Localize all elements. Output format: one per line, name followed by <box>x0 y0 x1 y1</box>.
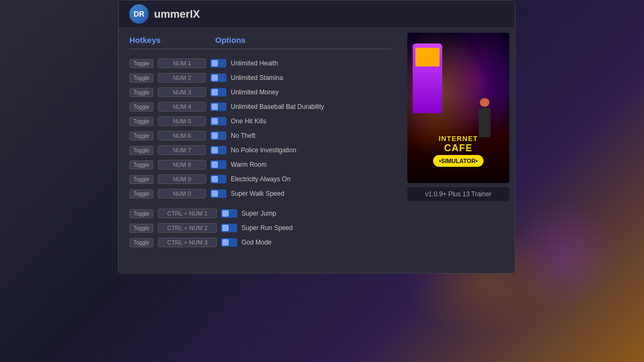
cheat-rows-secondary: Toggle CTRL + NUM 1 Super Jump Toggle CT… <box>129 208 391 248</box>
toggle-btn-1[interactable]: Toggle <box>129 59 153 68</box>
toggle-btn-4[interactable]: Toggle <box>129 102 153 112</box>
columns-header: Hotkeys Options <box>129 35 391 49</box>
left-panel: Hotkeys Options Toggle NUM 1 Unlimited H… <box>119 27 402 273</box>
game-title-internet: INTERNET <box>410 135 507 143</box>
toggle-indicator-5[interactable] <box>210 117 226 125</box>
option-4: Unlimited Baseball Bat Durability <box>231 103 324 110</box>
option-9: Electricity Always On <box>231 175 290 183</box>
hotkey-5: NUM 5 <box>158 116 206 126</box>
toggle-indicator-7[interactable] <box>210 146 226 154</box>
cheat-row-12: Toggle CTRL + NUM 2 Super Run Speed <box>129 222 391 234</box>
right-panel: INTERNET CAFE •SIMULATOR• v1.0.9+ Plus 1… <box>402 27 515 273</box>
toggle-indicator-9[interactable] <box>210 175 226 183</box>
main-window: DR ummerIX Hotkeys Options Toggle NUM 1 … <box>118 0 515 274</box>
toggle-indicator-8[interactable] <box>210 160 226 169</box>
cheat-row-6: Toggle NUM 6 No Theft <box>129 130 391 142</box>
toggle-btn-10[interactable]: Toggle <box>129 189 153 198</box>
game-title-simulator: •SIMULATOR• <box>433 155 484 167</box>
hotkey-13: CTRL + NUM 3 <box>158 238 217 247</box>
toggle-btn-6[interactable]: Toggle <box>129 131 153 141</box>
cheat-row-8: Toggle NUM 8 Warm Room <box>129 159 391 171</box>
cheat-row-1: Toggle NUM 1 Unlimited Health <box>129 57 391 69</box>
toggle-indicator-13[interactable] <box>221 238 237 247</box>
cheat-rows-primary: Toggle NUM 1 Unlimited Health Toggle NUM… <box>129 57 391 200</box>
hotkeys-header: Hotkeys <box>129 35 215 45</box>
cheat-row-4: Toggle NUM 4 Unlimited Baseball Bat Dura… <box>129 101 391 113</box>
game-title-overlay: INTERNET CAFE •SIMULATOR• <box>410 135 507 167</box>
logo-circle: DR <box>129 4 149 24</box>
cheat-row-13: Toggle CTRL + NUM 3 God Mode <box>129 237 391 248</box>
toggle-indicator-11[interactable] <box>221 209 237 218</box>
cheat-row-5: Toggle NUM 5 One Hit Kills <box>129 115 391 127</box>
option-10: Super Walk Speed <box>231 190 284 197</box>
cheat-row-3: Toggle NUM 3 Unlimited Money <box>129 86 391 98</box>
toggle-btn-2[interactable]: Toggle <box>129 73 153 83</box>
toggle-indicator-3[interactable] <box>210 88 226 97</box>
arcade-screen-left <box>415 48 440 67</box>
hotkey-8: NUM 8 <box>158 160 206 169</box>
brand-name: ummerIX <box>154 8 200 20</box>
hotkey-6: NUM 6 <box>158 131 206 141</box>
option-13: God Mode <box>241 239 272 246</box>
option-1: Unlimited Health <box>231 60 278 67</box>
header-area: DR ummerIX <box>119 1 515 27</box>
cheat-row-9: Toggle NUM 9 Electricity Always On <box>129 173 391 185</box>
person-head <box>480 98 489 107</box>
cheat-row-2: Toggle NUM 2 Unlimited Stamina <box>129 72 391 84</box>
hotkey-1: NUM 1 <box>158 58 206 68</box>
toggle-indicator-10[interactable] <box>210 189 226 198</box>
hotkey-2: NUM 2 <box>158 73 206 83</box>
toggle-indicator-6[interactable] <box>210 131 226 140</box>
version-label: v1.0.9+ Plus 13 Trainer <box>407 187 509 201</box>
toggle-btn-12[interactable]: Toggle <box>129 224 153 233</box>
hotkey-12: CTRL + NUM 2 <box>158 223 217 233</box>
toggle-btn-3[interactable]: Toggle <box>129 88 153 97</box>
toggle-btn-7[interactable]: Toggle <box>129 146 153 155</box>
person-torso <box>479 108 491 137</box>
option-6: No Theft <box>231 132 255 139</box>
person-body <box>479 98 491 137</box>
option-2: Unlimited Stamina <box>231 74 283 82</box>
cheat-row-7: Toggle NUM 7 No Police Investigation <box>129 144 391 156</box>
cheat-row-11: Toggle CTRL + NUM 1 Super Jump <box>129 208 391 219</box>
spacer <box>129 200 391 208</box>
toggle-indicator-4[interactable] <box>210 102 226 111</box>
option-11: Super Jump <box>241 210 276 217</box>
toggle-btn-5[interactable]: Toggle <box>129 117 153 126</box>
option-3: Unlimited Money <box>231 88 279 96</box>
game-title-cafe: CAFE <box>410 143 507 154</box>
options-header: Options <box>215 35 246 45</box>
option-12: Super Run Speed <box>241 224 292 232</box>
toggle-btn-8[interactable]: Toggle <box>129 160 153 169</box>
arcade-machine-left <box>413 43 442 113</box>
option-5: One Hit Kills <box>231 117 266 125</box>
hotkey-4: NUM 4 <box>158 102 206 112</box>
option-8: Warm Room <box>231 161 267 168</box>
content-area: Hotkeys Options Toggle NUM 1 Unlimited H… <box>119 27 515 273</box>
toggle-btn-13[interactable]: Toggle <box>129 238 153 247</box>
toggle-btn-9[interactable]: Toggle <box>129 175 153 184</box>
hotkey-3: NUM 3 <box>158 87 206 97</box>
toggle-btn-11[interactable]: Toggle <box>129 209 153 218</box>
hotkey-11: CTRL + NUM 1 <box>158 209 217 218</box>
cheat-row-10: Toggle NUM 0 Super Walk Speed <box>129 188 391 200</box>
hotkey-7: NUM 7 <box>158 145 206 155</box>
game-image: INTERNET CAFE •SIMULATOR• <box>407 33 509 183</box>
toggle-indicator-2[interactable] <box>210 73 226 82</box>
hotkey-10: NUM 0 <box>158 189 206 198</box>
toggle-indicator-12[interactable] <box>221 224 237 232</box>
toggle-indicator-1[interactable] <box>210 59 226 68</box>
option-7: No Police Investigation <box>231 146 296 154</box>
bg-glow-purple <box>510 201 617 308</box>
hotkey-9: NUM 9 <box>158 174 206 184</box>
